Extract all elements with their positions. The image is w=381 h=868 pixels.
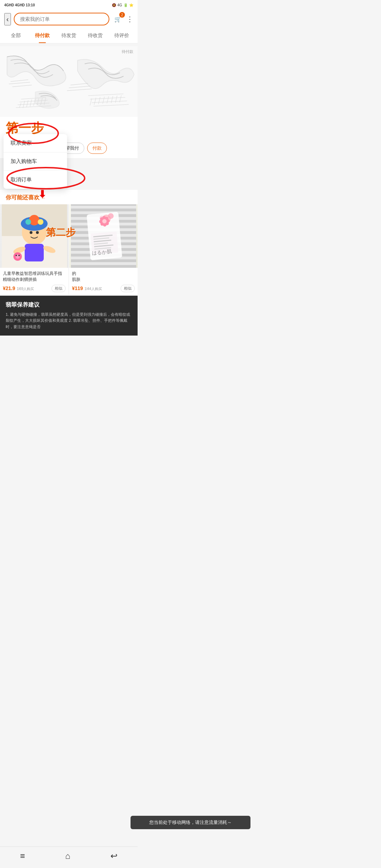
svg-point-44	[16, 255, 17, 256]
cancel-order-item[interactable]: 取消订单	[4, 171, 67, 189]
product-sales-mask: 1l44人购买	[85, 287, 102, 291]
jade-panel-content: 1. 避免与硬物碰撞，翡翠虽然硬度高，但是受到强力碰撞后，会有暗纹或裂纹产生，大…	[6, 312, 132, 330]
svg-point-36	[38, 219, 43, 225]
svg-point-38	[36, 231, 39, 234]
svg-line-0	[11, 80, 28, 82]
order-sketch-area: 待付款	[0, 46, 138, 117]
step2-annotation: 第二步	[46, 226, 75, 239]
product-info-mask: 的肌肤 ¥119 1l44人购买 相似	[69, 268, 138, 295]
jade-panel-title: 翡翠保养建议	[6, 301, 132, 309]
status-icons: 🔕 4G 🔋 ⭐	[112, 3, 133, 7]
product-grid: 儿童早教益智思维训练玩具手指精细动作刺猬拼插 ¥21.9 1l69人购买 相似	[0, 204, 138, 295]
svg-line-26	[107, 96, 109, 103]
product-card-toy: 儿童早教益智思维训练玩具手指精细动作刺猬拼插 ¥21.9 1l69人购买 相似	[0, 204, 68, 295]
svg-line-25	[103, 97, 104, 104]
svg-line-27	[111, 96, 113, 103]
back-button[interactable]: ‹	[4, 13, 11, 25]
svg-line-10	[88, 94, 123, 96]
svg-line-12	[92, 101, 127, 103]
cart-badge: 2	[119, 12, 125, 18]
product-price-mask: ¥119	[72, 285, 83, 291]
recommendation-section: 你可能还喜欢 ←	[0, 190, 138, 204]
svg-line-14	[19, 103, 21, 108]
svg-point-45	[18, 255, 20, 256]
tab-all[interactable]: 全部	[3, 28, 29, 43]
jade-care-panel: 翡翠保养建议 1. 避免与硬物碰撞，翡翠虽然硬度高，但是受到强力碰撞后，会有暗纹…	[0, 296, 138, 336]
svg-line-17	[30, 100, 32, 107]
dropdown-menu: 联系卖家 加入购物车 取消订单	[4, 134, 67, 189]
product-sales-toy: 1l69人购买	[17, 287, 34, 291]
svg-line-3	[71, 83, 88, 85]
product-title-toy: 儿童早教益智思维训练玩具手指精细动作刺猬拼插	[3, 271, 66, 283]
network-icon: 4G	[117, 3, 122, 7]
battery-icon: 🔋	[123, 3, 128, 7]
tab-pending-payment[interactable]: 待付款	[29, 28, 56, 43]
recommendation-arrow: ←	[41, 195, 46, 201]
signal-icon: 🔕	[112, 3, 116, 7]
svg-line-13	[93, 104, 129, 106]
svg-line-24	[98, 97, 100, 104]
product-price-toy: ¥21.9	[3, 285, 15, 291]
add-to-cart-item[interactable]: 加入购物车	[4, 152, 67, 171]
svg-point-37	[30, 231, 32, 234]
svg-point-34	[29, 215, 40, 225]
contact-seller-item[interactable]: 联系卖家	[4, 134, 67, 152]
svg-line-1	[9, 82, 30, 84]
svg-line-5	[67, 89, 92, 91]
svg-line-11	[90, 97, 125, 99]
header: ‹ 🛒 2 ⋮	[0, 10, 138, 28]
recommendation-title: 你可能还喜欢	[6, 194, 40, 201]
similar-button-toy[interactable]: 相似	[52, 285, 66, 292]
tab-pending-delivery[interactable]: 待发货	[56, 28, 82, 43]
star-icon: ⭐	[129, 3, 133, 7]
more-menu-button[interactable]: ⋮	[126, 15, 133, 23]
product-price-row-mask: ¥119 1l44人购买 相似	[72, 285, 135, 292]
product-info-toy: 儿童早教益智思维训练玩具手指精细动作刺猬拼插 ¥21.9 1l69人购买 相似	[0, 268, 68, 295]
svg-line-4	[69, 86, 90, 88]
product-image-mask: はるか肌	[69, 204, 138, 268]
status-time: 4GHD 4GHD 13:10	[4, 3, 35, 7]
product-price-row-toy: ¥21.9 1l69人购买 相似	[3, 285, 66, 292]
product-card-mask: はるか肌 的肌肤 ¥119 1l44人购买 相似	[69, 204, 138, 295]
order-tabs: 全部 待付款 待发货 待收货 待评价	[0, 28, 138, 43]
svg-rect-39	[25, 244, 44, 261]
tab-pending-receipt[interactable]: 待收货	[82, 28, 108, 43]
svg-line-22	[90, 98, 92, 106]
pay-button[interactable]: 付款	[87, 143, 107, 154]
svg-line-2	[12, 85, 32, 87]
cart-badge-button[interactable]: 🛒 2	[112, 13, 123, 25]
status-bar: 4GHD 4GHD 13:10 🔕 4G 🔋 ⭐	[0, 0, 138, 10]
search-input[interactable]	[14, 13, 109, 25]
svg-point-35	[25, 219, 31, 225]
similar-button-mask[interactable]: 相似	[121, 285, 135, 292]
product-title-mask: 的肌肤	[72, 271, 135, 283]
tab-pending-review[interactable]: 待评价	[108, 28, 135, 43]
